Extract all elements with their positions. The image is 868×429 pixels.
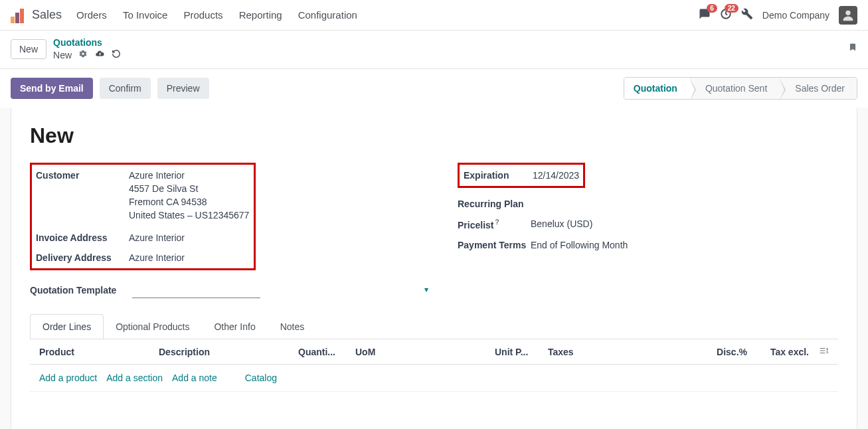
payment-terms-field[interactable]: End of Following Month [531,240,838,250]
col-tax-excl[interactable]: Tax excl. [749,347,809,357]
company-selector[interactable]: Demo Company [762,10,829,21]
order-lines-add-row: Add a product Add a section Add a note C… [30,365,838,392]
main-menu: Orders To Invoice Products Reporting Con… [76,9,357,21]
status-bar: Quotation Quotation Sent Sales Order [624,77,857,100]
breadcrumb-bar: New Quotations New [0,31,868,69]
notebook-tabs: Order Lines Optional Products Other Info… [30,314,838,339]
messages-icon[interactable]: 6 [699,8,711,22]
invoice-address-field[interactable]: Azure Interior [129,232,250,243]
add-note-link[interactable]: Add a note [172,373,217,383]
expiration-label: Expiration [464,170,533,181]
pricelist-label: Pricelist? [458,218,531,230]
cloud-upload-icon[interactable] [94,49,105,60]
nav-configuration[interactable]: Configuration [298,9,357,21]
recurring-plan-label: Recurring Plan [458,199,531,209]
confirm-button[interactable]: Confirm [100,78,151,99]
customer-field[interactable]: Azure Interior 4557 De Silva St Fremont … [129,170,250,223]
tab-optional-products[interactable]: Optional Products [103,314,202,339]
quotation-template-field[interactable] [132,282,260,298]
new-button[interactable]: New [11,39,46,59]
col-uom[interactable]: UoM [355,347,495,357]
chevron-down-icon: ▾ [424,285,428,294]
help-icon[interactable]: ? [495,218,499,226]
col-product[interactable]: Product [39,347,159,357]
nav-orders[interactable]: Orders [76,9,107,21]
messages-badge: 6 [707,4,717,13]
top-nav: Sales Orders To Invoice Products Reporti… [0,0,868,31]
col-taxes[interactable]: Taxes [548,347,674,357]
activities-icon[interactable]: 22 [720,8,732,22]
delivery-address-label: Delivery Address [36,252,129,263]
delivery-address-field[interactable]: Azure Interior [129,252,250,263]
app-name[interactable]: Sales [32,8,62,22]
add-section-link[interactable]: Add a section [106,373,163,383]
send-by-email-button[interactable]: Send by Email [11,78,93,99]
action-bar: Send by Email Confirm Preview Quotation … [0,69,868,108]
col-unit-price[interactable]: Unit P... [495,347,548,357]
tools-icon[interactable] [741,8,753,22]
tab-other-info[interactable]: Other Info [201,314,268,339]
invoice-address-label: Invoice Address [36,232,129,243]
col-description[interactable]: Description [159,347,298,357]
gear-icon[interactable] [78,49,88,60]
status-quotation[interactable]: Quotation [624,78,689,99]
col-quantity[interactable]: Quanti... [298,347,355,357]
columns-options-icon[interactable] [809,346,829,357]
tab-order-lines[interactable]: Order Lines [30,314,104,339]
pricelist-field[interactable]: Benelux (USD) [531,218,838,229]
svg-point-1 [845,10,850,15]
tab-notes[interactable]: Notes [268,314,317,339]
form-sheet: New Customer Azure Interior 4557 De Silv… [11,108,857,429]
nav-products[interactable]: Products [183,9,222,21]
discard-icon[interactable] [112,49,121,60]
app-logo [11,7,27,23]
customer-label: Customer [36,170,129,181]
bookmark-icon[interactable] [848,41,857,56]
expiration-field[interactable]: 12/14/2023 [533,170,579,181]
breadcrumb-current: New [53,50,72,60]
breadcrumb-root[interactable]: Quotations [53,37,121,48]
status-sales-order[interactable]: Sales Order [779,78,857,99]
quotation-template-label: Quotation Template [30,285,123,296]
status-quotation-sent[interactable]: Quotation Sent [689,78,779,99]
record-title: New [30,124,838,148]
payment-terms-label: Payment Terms [458,240,531,250]
user-avatar[interactable] [839,6,857,25]
activities-badge: 22 [725,4,738,13]
add-product-link[interactable]: Add a product [39,373,97,383]
order-lines-header: Product Description Quanti... UoM Unit P… [30,339,838,365]
nav-reporting[interactable]: Reporting [239,9,282,21]
catalog-link[interactable]: Catalog [245,373,277,383]
col-discount[interactable]: Disc.% [674,347,747,357]
preview-button[interactable]: Preview [157,78,209,99]
nav-to-invoice[interactable]: To Invoice [123,9,168,21]
